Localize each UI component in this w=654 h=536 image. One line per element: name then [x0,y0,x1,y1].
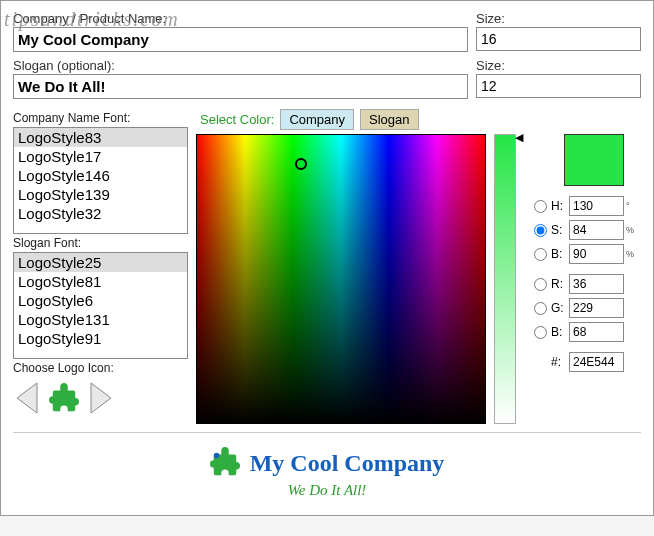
company-name-input[interactable] [13,27,468,52]
bri-input[interactable] [569,244,624,264]
slogan-font-label: Slogan Font: [13,236,188,250]
list-item[interactable]: LogoStyle32 [14,204,187,223]
list-item[interactable]: LogoStyle131 [14,310,187,329]
r-input[interactable] [569,274,624,294]
hex-input[interactable] [569,352,624,372]
prev-icon-button[interactable] [13,379,43,417]
sat-input[interactable] [569,220,624,240]
next-icon-button[interactable] [85,379,115,417]
g-label: G: [551,301,569,315]
hue-unit: ° [626,201,636,211]
list-item[interactable]: LogoStyle25 [14,253,187,272]
puzzle-icon [210,447,240,480]
radio-green[interactable] [534,302,547,315]
radio-brightness[interactable] [534,248,547,261]
preview-slogan-text: We Do It All! [13,482,641,499]
svg-marker-1 [91,383,111,413]
list-item[interactable]: LogoStyle146 [14,166,187,185]
color-swatch [564,134,624,186]
color-marker-icon [295,158,307,170]
company-font-label: Company Name Font: [13,111,188,125]
list-item[interactable]: LogoStyle17 [14,147,187,166]
g-input[interactable] [569,298,624,318]
company-size-label: Size: [476,11,641,26]
select-color-label: Select Color: [200,112,274,127]
slogan-label: Slogan (optional): [13,58,468,73]
logo-preview: My Cool Company We Do It All! [13,432,641,509]
sat-label: S: [551,223,569,237]
r-label: R: [551,277,569,291]
radio-saturation[interactable] [534,224,547,237]
preview-company-text: My Cool Company [250,450,445,477]
slogan-size-label: Size: [476,58,641,73]
radio-blue[interactable] [534,326,547,339]
hex-label: #: [551,355,569,369]
radio-hue[interactable] [534,200,547,213]
tab-slogan[interactable]: Slogan [360,109,418,130]
app-frame: Company / Product Name: Size: Slogan (op… [0,0,654,516]
svg-point-2 [213,453,219,459]
logo-icon-preview [49,383,79,413]
slogan-font-list[interactable]: LogoStyle25 LogoStyle81 LogoStyle6 LogoS… [13,252,188,359]
list-item[interactable]: LogoStyle83 [14,128,187,147]
radio-red[interactable] [534,278,547,291]
bri-unit: % [626,249,636,259]
b-input[interactable] [569,322,624,342]
logo-icon-label: Choose Logo Icon: [13,361,188,375]
tab-company[interactable]: Company [280,109,354,130]
company-name-label: Company / Product Name: [13,11,468,26]
bri-label: B: [551,247,569,261]
hue-slider-handle-icon: ◀ [515,131,523,144]
hue-label: H: [551,199,569,213]
b-label: B: [551,325,569,339]
list-item[interactable]: LogoStyle139 [14,185,187,204]
slogan-input[interactable] [13,74,468,99]
list-item[interactable]: LogoStyle81 [14,272,187,291]
hue-input[interactable] [569,196,624,216]
company-size-input[interactable] [476,27,641,51]
list-item[interactable]: LogoStyle91 [14,329,187,348]
svg-marker-0 [17,383,37,413]
slogan-size-input[interactable] [476,74,641,98]
sat-unit: % [626,225,636,235]
company-font-list[interactable]: LogoStyle83 LogoStyle17 LogoStyle146 Log… [13,127,188,234]
color-saturation-box[interactable] [196,134,486,424]
color-hue-slider[interactable]: ◀ [494,134,516,424]
list-item[interactable]: LogoStyle6 [14,291,187,310]
